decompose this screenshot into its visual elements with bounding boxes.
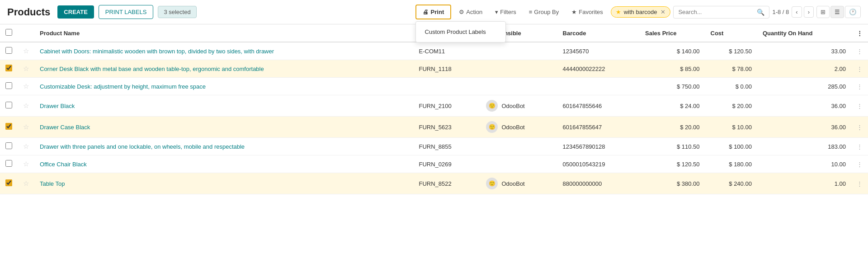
row-responsible: 🙂 OdooBot [481, 117, 557, 138]
selected-badge: 3 selected [158, 6, 196, 18]
filters-button[interactable]: ▾ Filters [490, 5, 521, 19]
row-favorite-star[interactable]: ☆ [23, 102, 29, 109]
table-row: ☆ Cabinet with Doors: minimalistic woode… [0, 42, 868, 60]
table-row: ☆ Customizable Desk: adjustment by heigh… [0, 78, 868, 95]
row-sales-price: $ 24.00 [640, 95, 705, 117]
row-qty-on-hand: 285.00 [757, 78, 851, 95]
clock-view-button[interactable]: 🕐 [845, 6, 861, 18]
row-reference [414, 78, 481, 95]
filter-bar: 🖨 Print Custom Product Labels ⚙ Action ▾… [415, 5, 861, 19]
row-favorite-star[interactable]: ☆ [23, 47, 29, 55]
responsible-name: OdooBot [501, 124, 524, 131]
prev-page-button[interactable]: ‹ [792, 6, 802, 18]
row-cost: $ 0.00 [705, 78, 757, 95]
responsible-name: OdooBot [501, 103, 524, 109]
row-checkbox[interactable] [5, 179, 12, 186]
row-checkbox[interactable] [5, 142, 12, 149]
row-more-icon[interactable]: ⋮ [857, 143, 863, 150]
list-view-button[interactable]: ☰ [830, 6, 844, 18]
custom-product-labels-item[interactable]: Custom Product Labels [416, 24, 505, 39]
responsible-cell: 🙂 OdooBot [486, 121, 552, 133]
row-responsible: 🙂 OdooBot [481, 95, 557, 117]
print-dropdown-menu: Custom Product Labels [415, 21, 506, 42]
row-cost: $ 180.00 [705, 155, 757, 173]
table-row: ☆ Drawer with three panels and one locka… [0, 138, 868, 155]
row-checkbox[interactable] [5, 160, 12, 167]
chip-star-icon: ★ [616, 9, 621, 15]
row-more-icon[interactable]: ⋮ [857, 103, 863, 109]
row-checkbox[interactable] [5, 123, 12, 130]
row-product-name[interactable]: Cabinet with Doors: minimalistic wooden … [34, 42, 414, 60]
row-favorite-star[interactable]: ☆ [23, 123, 29, 131]
create-button[interactable]: CREATE [57, 5, 94, 19]
row-checkbox[interactable] [5, 102, 12, 108]
row-cost: $ 78.00 [705, 60, 757, 78]
row-more-icon[interactable]: ⋮ [857, 48, 863, 55]
row-product-name[interactable]: Customizable Desk: adjustment by height,… [34, 78, 414, 95]
col-header-sales-price: Sales Price [640, 24, 705, 42]
row-more-icon[interactable]: ⋮ [857, 124, 863, 131]
avatar: 🙂 [486, 121, 498, 133]
group-by-button[interactable]: ≡ Group By [524, 5, 564, 19]
pagination-info: 1-8 / 8 [772, 9, 789, 15]
col-header-more: ⋮ [851, 24, 868, 42]
search-icon[interactable]: 🔍 [757, 9, 764, 16]
row-product-name[interactable]: Table Top [34, 173, 414, 194]
row-more-icon[interactable]: ⋮ [857, 66, 863, 72]
row-reference: FURN_5623 [414, 117, 481, 138]
row-product-name[interactable]: Office Chair Black [34, 155, 414, 173]
kanban-view-button[interactable]: ⊞ [816, 6, 830, 18]
row-favorite-star[interactable]: ☆ [23, 65, 29, 72]
print-button[interactable]: 🖨 Print [415, 5, 452, 19]
avatar: 🙂 [486, 178, 498, 189]
row-checkbox[interactable] [5, 47, 12, 54]
row-more-icon[interactable]: ⋮ [857, 83, 863, 90]
row-product-name[interactable]: Drawer with three panels and one lockabl… [34, 138, 414, 155]
filter-icon: ▾ [495, 9, 498, 15]
row-favorite-star[interactable]: ☆ [23, 82, 29, 90]
row-sales-price: $ 140.00 [640, 42, 705, 60]
row-barcode: 1234567890128 [557, 138, 640, 155]
row-more-icon[interactable]: ⋮ [857, 180, 863, 187]
row-responsible [481, 60, 557, 78]
row-favorite-star[interactable]: ☆ [23, 160, 29, 168]
row-favorite-star[interactable]: ☆ [23, 179, 29, 187]
row-responsible [481, 155, 557, 173]
search-input[interactable] [678, 9, 754, 15]
row-qty-on-hand: 1.00 [757, 173, 851, 194]
top-bar: Products CREATE PRINT LABELS 3 selected … [0, 0, 868, 24]
row-product-name[interactable]: Drawer Black [34, 95, 414, 117]
row-checkbox[interactable] [5, 82, 12, 89]
action-button[interactable]: ⚙ Action [454, 5, 487, 19]
row-barcode [557, 78, 640, 95]
col-header-cost: Cost [705, 24, 757, 42]
next-page-button[interactable]: › [804, 6, 814, 18]
favorites-button[interactable]: ★ Favorites [566, 5, 608, 19]
responsible-name: OdooBot [501, 180, 524, 187]
row-favorite-star[interactable]: ☆ [23, 142, 29, 150]
chip-close-icon[interactable]: ✕ [660, 9, 665, 15]
row-checkbox[interactable] [5, 65, 12, 71]
row-responsible: 🙂 OdooBot [481, 173, 557, 194]
row-reference: FURN_8522 [414, 173, 481, 194]
row-sales-price: $ 110.50 [640, 138, 705, 155]
select-all-checkbox[interactable] [5, 29, 12, 36]
row-barcode: 601647855646 [557, 95, 640, 117]
view-toggle: ⊞ ☰ 🕐 [816, 6, 861, 18]
row-sales-price: $ 750.00 [640, 78, 705, 95]
row-product-name[interactable]: Corner Desk Black with metal base and wo… [34, 60, 414, 78]
row-reference: FURN_2100 [414, 95, 481, 117]
col-header-barcode: Barcode [557, 24, 640, 42]
gear-icon: ⚙ [459, 9, 464, 15]
row-product-name[interactable]: Drawer Case Black [34, 117, 414, 138]
row-more-icon[interactable]: ⋮ [857, 161, 863, 168]
table-row: ☆ Corner Desk Black with metal base and … [0, 60, 868, 78]
filter-chip: ★ with barcode ✕ [611, 6, 671, 18]
avatar: 🙂 [486, 100, 498, 112]
list-icon: ≡ [529, 9, 533, 15]
star-icon: ★ [571, 9, 577, 15]
page-title: Products [7, 6, 50, 18]
print-labels-button[interactable]: PRINT LABELS [99, 5, 154, 19]
row-sales-price: $ 380.00 [640, 173, 705, 194]
responsible-cell: 🙂 OdooBot [486, 100, 552, 112]
